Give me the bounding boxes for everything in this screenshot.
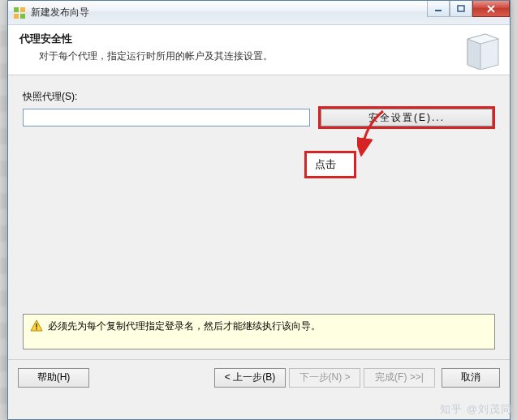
app-icon xyxy=(13,6,26,19)
back-button[interactable]: < 上一步(B) xyxy=(214,368,286,388)
wizard-header: 代理安全性 对于每个代理，指定运行时所用的帐户及其连接设置。 xyxy=(8,25,510,75)
svg-rect-3 xyxy=(20,14,25,19)
close-button[interactable] xyxy=(472,1,510,17)
svg-rect-4 xyxy=(435,10,442,11)
background-blur xyxy=(0,24,7,420)
finish-button[interactable]: 完成(F) >>| xyxy=(364,368,435,388)
snapshot-agent-row: 安全设置(E)... xyxy=(23,106,495,129)
snapshot-agent-input[interactable] xyxy=(23,109,310,126)
snapshot-agent-label: 快照代理(S): xyxy=(23,90,495,104)
page-subtitle: 对于每个代理，指定运行时所用的帐户及其连接设置。 xyxy=(39,49,498,63)
nav-button-group: < 上一步(B) 下一步(N) > 完成(F) >>| xyxy=(214,368,435,388)
window-controls xyxy=(427,1,510,17)
wizard-content: 快照代理(S): 安全设置(E)... 点击 必须先为每个复制代理指定登录名，然… xyxy=(8,75,510,359)
security-settings-button[interactable]: 安全设置(E)... xyxy=(321,109,493,126)
warning-box: 必须先为每个复制代理指定登录名，然后才能继续执行该向导。 xyxy=(23,314,495,349)
minimize-icon xyxy=(434,5,442,13)
close-icon xyxy=(486,5,496,13)
wizard-window: 新建发布向导 代理安全性 对于每个代理，指定运行时所用的帐户及其连接设置。 快照… xyxy=(7,0,511,420)
annotation-text: 点击 xyxy=(315,158,336,170)
svg-marker-7 xyxy=(467,39,480,70)
cancel-button[interactable]: 取消 xyxy=(442,368,500,388)
minimize-button[interactable] xyxy=(427,1,450,17)
warning-text: 必须先为每个复制代理指定登录名，然后才能继续执行该向导。 xyxy=(48,319,321,333)
svg-rect-9 xyxy=(36,324,37,328)
titlebar[interactable]: 新建发布向导 xyxy=(8,1,510,25)
svg-rect-5 xyxy=(458,6,464,11)
svg-rect-1 xyxy=(20,7,25,12)
page-title: 代理安全性 xyxy=(19,32,498,46)
maximize-icon xyxy=(457,5,465,13)
window-title: 新建发布向导 xyxy=(31,6,89,19)
help-button[interactable]: 帮助(H) xyxy=(18,368,89,388)
warning-icon xyxy=(30,319,43,332)
security-button-highlight: 安全设置(E)... xyxy=(318,106,495,129)
click-annotation: 点击 xyxy=(304,151,356,178)
next-button[interactable]: 下一步(N) > xyxy=(289,368,360,388)
maximize-button[interactable] xyxy=(450,1,472,17)
security-cube-icon xyxy=(461,29,502,70)
svg-rect-2 xyxy=(14,14,19,19)
svg-rect-0 xyxy=(14,7,19,12)
wizard-footer: 帮助(H) < 上一步(B) 下一步(N) > 完成(F) >>| 取消 xyxy=(8,359,510,395)
svg-rect-10 xyxy=(36,328,37,330)
